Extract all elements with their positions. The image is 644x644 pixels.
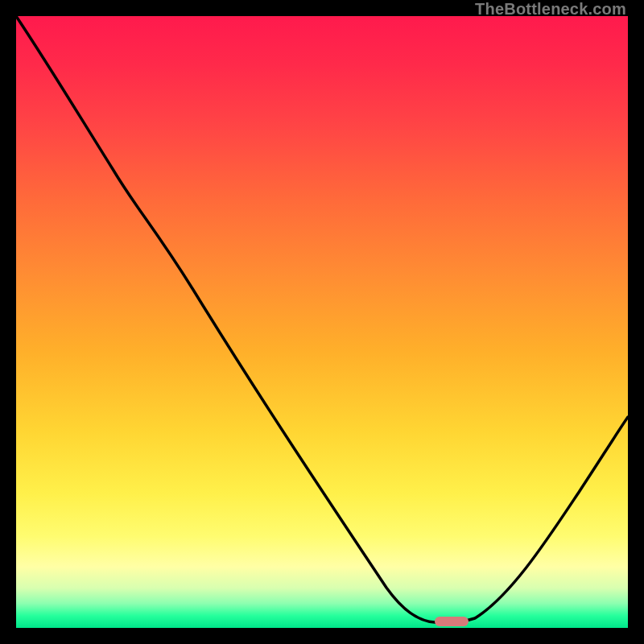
chart-svg [16,16,628,628]
optimum-marker [435,617,469,626]
bottleneck-curve [16,16,628,622]
chart-frame: TheBottleneck.com [0,0,644,644]
watermark-text: TheBottleneck.com [475,0,626,19]
